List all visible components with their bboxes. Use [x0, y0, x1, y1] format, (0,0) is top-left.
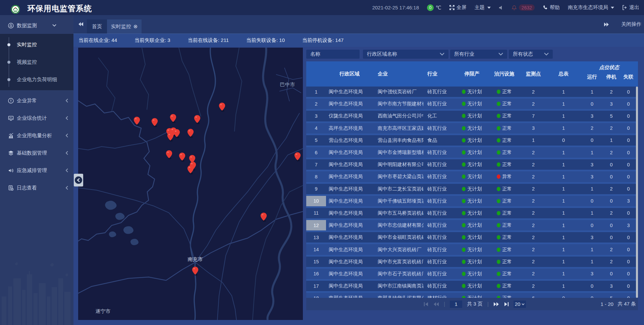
bullet-dot-icon [7, 61, 10, 64]
cell-run: 3 [580, 232, 604, 242]
sidebar-item-2[interactable]: 企业综合统计 [0, 111, 73, 125]
table-row-14[interactable]: 14 阆中生态环境局 阆中大兴页岩机砖厂 砖瓦行业 无计划 正常 2 1 1 2… [306, 244, 638, 256]
sidebar-item-6[interactable]: 日志查看 [0, 181, 73, 195]
sidebar-item-3[interactable]: 企业用电量分析 [0, 128, 73, 143]
cell-industry: 化工 [423, 111, 455, 121]
table-row-1[interactable]: 1 阆中生态环境局 阆中强锐页岩砖厂 砖瓦行业 无计划 正常 2 1 1 2 0 [306, 87, 638, 99]
sidebar-subitem-1[interactable]: 视频监控 [0, 53, 73, 71]
map-panel[interactable]: 巴中市南充市遂宁市 [78, 48, 303, 320]
cell-stop: 0 [604, 196, 619, 206]
region-filter-select[interactable]: 行政区域名称 [363, 50, 448, 59]
industry-filter-select[interactable]: 所有行业 [450, 50, 507, 59]
cell-lost: 0 [619, 269, 638, 279]
cell-points: 2 [520, 220, 547, 230]
col-lost: 失联 [619, 74, 638, 87]
col-facility: 治污设施 [489, 61, 520, 87]
sidebar-subitem-2[interactable]: 企业电力负荷明细 [0, 71, 73, 88]
table-row-12[interactable]: 12 阆中生态环境局 阆中市忠信建材有限公 砖瓦行业 无计划 正常 2 1 0 … [306, 220, 638, 232]
cell-limit: 无计划 [455, 257, 489, 267]
table-row-17[interactable]: 17 阆中生态环境局 阆中市江南镇阆南页岩 砖瓦行业 无计划 正常 2 1 0 … [306, 281, 638, 293]
tab-realtime-monitor[interactable]: 实时监控⊗ [107, 19, 142, 34]
table-row-3[interactable]: 3 仪陇生态环境局 西南油气田分公司川中 化工 无计划 正常 7 1 3 5 0 [306, 111, 638, 123]
tab-close-icon[interactable]: ⊗ [133, 23, 138, 30]
first-page-icon[interactable] [424, 302, 429, 307]
tab-scroll-right-icon[interactable] [604, 22, 609, 27]
cell-index: 4 [306, 123, 326, 133]
cell-run: 1 [580, 147, 604, 158]
table-row-2[interactable]: 2 阆中生态环境局 阆中市南方节能建材有 砖瓦行业 无计划 正常 2 1 0 3… [306, 99, 638, 111]
col-company: 企业 [373, 61, 423, 87]
cell-index: 11 [306, 208, 326, 218]
page-input[interactable]: 1 [450, 301, 462, 308]
cell-lost: 0 [619, 244, 638, 255]
cell-lost: 0 [619, 257, 638, 267]
cell-limit: 无计划 [455, 232, 489, 242]
map-pin-icon[interactable] [194, 115, 201, 124]
map-pin-icon[interactable] [133, 117, 140, 126]
sidebar-item-5[interactable]: 应急减排管理 [0, 163, 73, 177]
cell-run: 3 [580, 269, 604, 279]
map-pin-icon[interactable] [151, 118, 158, 127]
cell-run: 0 [580, 220, 604, 230]
map-pin-icon[interactable] [187, 129, 194, 138]
table-row-11[interactable]: 11 阆中生态环境局 阆中市五马桥页岩机砖 砖瓦行业 无计划 正常 2 1 1 … [306, 208, 638, 220]
table-row-6[interactable]: 6 阆中生态环境局 阆中市金博瑞新型墙材 砖瓦行业 无计划 正常 2 1 1 2… [306, 147, 638, 159]
sidebar-item-1[interactable]: 企业异常 [0, 94, 73, 108]
map-pin-icon[interactable] [260, 213, 267, 222]
map-collapse-button[interactable] [74, 174, 83, 186]
org-menu[interactable]: 南充市生态环境局 [568, 4, 614, 11]
close-operations-button[interactable]: 关闭操作 [621, 21, 641, 28]
map-pin-icon[interactable] [179, 153, 185, 162]
table-row-16[interactable]: 16 阆中生态环境局 阆中市石子页岩机砖厂 砖瓦行业 无计划 正常 2 1 3 … [306, 269, 638, 281]
map-pin-icon[interactable] [167, 132, 174, 142]
cell-lost: 0 [619, 111, 638, 121]
table-row-9[interactable]: 9 阆中生态环境局 阆中市二龙长宝页岩砖 砖瓦行业 无计划 正常 2 1 1 2… [306, 184, 638, 196]
sidebar-item-4[interactable]: 基础数据管理 [0, 146, 73, 160]
table-row-13[interactable]: 13 阆中生态环境局 阆中市金福旺页岩机砖 砖瓦行业 无计划 正常 2 1 3 … [306, 232, 638, 244]
last-page-icon[interactable] [504, 302, 509, 307]
fullscreen-button[interactable]: 全屏 [449, 4, 467, 11]
theme-menu[interactable]: 主题 [475, 4, 491, 11]
table-row-5[interactable]: 5 营山生态环境局 营山县润丰肉食品有限 食品 无计划 正常 1 0 0 1 0 [306, 135, 638, 147]
cell-meter: 1 [547, 171, 580, 182]
col-industry: 行业 [423, 61, 455, 87]
tab-scroll-left-icon[interactable] [78, 22, 84, 26]
cell-limit: 无计划 [455, 269, 489, 279]
help-button[interactable]: 帮助 [543, 4, 560, 11]
notifications[interactable]: 2632 [512, 4, 535, 11]
table-row-4[interactable]: 4 高坪生态环境局 南充市高坪区王家店建 砖瓦行业 无计划 正常 3 1 2 2… [306, 123, 638, 135]
cell-industry: 砖瓦行业 [423, 269, 455, 279]
map-pin-icon[interactable] [219, 103, 225, 112]
sidebar-subitem-0[interactable]: 实时监控 [0, 36, 73, 53]
cell-facility: 正常 [489, 281, 520, 291]
next-page-icon[interactable] [493, 302, 499, 307]
map-pin-icon[interactable] [192, 267, 199, 276]
map-pin-icon[interactable] [294, 152, 301, 161]
cell-industry: 砖瓦行业 [423, 220, 455, 230]
map-pin-icon[interactable] [187, 165, 194, 174]
name-filter-input[interactable]: 名称 [306, 50, 360, 59]
chevron-left-icon [65, 151, 68, 155]
logout-button[interactable]: 退出 [622, 4, 639, 11]
sidebar-item-0[interactable]: 数据监测 [0, 18, 73, 33]
map-pin-icon[interactable] [173, 129, 180, 138]
tab-home[interactable]: 首页 [87, 19, 107, 34]
status-filter-select[interactable]: 所有状态 [509, 50, 553, 59]
mute-button[interactable] [499, 5, 503, 10]
table-row-18[interactable]: 18 南部生态环境局 南部县砖华头泥有限公 建材行业 无计划 正常 6 0 0 … [306, 293, 638, 298]
table-row-8[interactable]: 8 阆中生态环境局 阆中市枣碧大梁山页岩 砖瓦行业 无计划 异常 2 1 3 0… [306, 171, 638, 183]
page-size-select[interactable]: 20 [514, 301, 526, 308]
map-pin-icon[interactable] [166, 150, 172, 159]
cell-region: 阆中生态环境局 [326, 281, 373, 291]
prev-page-icon[interactable] [433, 302, 439, 307]
table-row-7[interactable]: 7 阆中生态环境局 阆中明阳建材有限公司 砖瓦行业 无计划 正常 2 1 3 0… [306, 159, 638, 171]
map-pin-icon[interactable] [170, 114, 176, 123]
table-row-10[interactable]: 10 阆中生态环境局 阆中千佛镇五郎垭页岩 砖瓦行业 无计划 正常 2 1 0 … [306, 196, 638, 208]
cell-facility: 正常 [489, 196, 520, 206]
table-scrollbar[interactable] [636, 87, 638, 298]
table-row-15[interactable]: 15 阆中生态环境局 阆中市光富页岩机砖厂 砖瓦行业 无计划 正常 2 1 1 … [306, 257, 638, 269]
cell-industry: 建材行业 [423, 293, 455, 298]
stat-3: 当前失联设备: 10 [246, 37, 285, 44]
cell-limit: 无计划 [455, 159, 489, 170]
cell-company: 阆中市金博瑞新型墙材 [373, 147, 423, 158]
